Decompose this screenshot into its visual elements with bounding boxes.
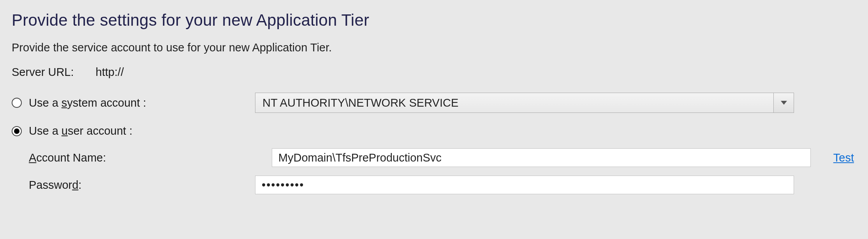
page-subheading: Provide the service account to use for y… [12, 41, 854, 54]
password-label: Password: [29, 179, 81, 192]
system-account-option[interactable]: Use a system account : NT AUTHORITY\NETW… [12, 93, 854, 113]
account-name-input[interactable] [272, 148, 811, 167]
system-account-radio[interactable] [12, 98, 22, 108]
server-url-label: Server URL: [12, 66, 74, 79]
server-url-value: http:// [96, 66, 124, 79]
account-name-label: Account Name: [29, 151, 106, 164]
svg-marker-0 [781, 101, 787, 105]
page-heading: Provide the settings for your new Applic… [12, 11, 854, 30]
system-account-dropdown[interactable]: NT AUTHORITY\NETWORK SERVICE [255, 93, 794, 113]
system-account-selected: NT AUTHORITY\NETWORK SERVICE [255, 93, 773, 112]
password-input[interactable] [255, 176, 794, 194]
server-url-row: Server URL: http:// [12, 66, 854, 79]
user-account-option[interactable]: Use a user account : [12, 125, 854, 137]
test-link[interactable]: Test [833, 151, 854, 164]
account-name-row: Account Name: Test [12, 148, 854, 167]
user-account-radio[interactable] [12, 126, 22, 136]
chevron-down-icon[interactable] [773, 93, 794, 112]
user-account-label: Use a user account : [29, 125, 132, 137]
password-row: Password: [12, 176, 854, 194]
system-account-label: Use a system account : [29, 97, 146, 109]
